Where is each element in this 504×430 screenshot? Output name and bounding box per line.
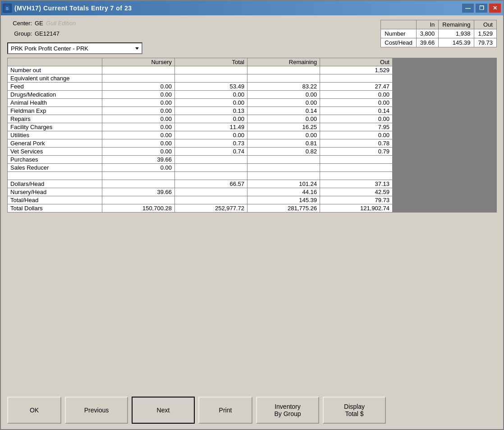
cell-3-label: Drugs/Medication	[8, 91, 102, 99]
summary-cell-label: Cost/Head	[381, 38, 416, 47]
cell-11-out	[320, 156, 393, 164]
top-section: Center: GE Gull Edition Group: GE12147 P…	[7, 20, 497, 54]
svg-text:S: S	[6, 6, 9, 11]
cell-3-total: 0.00	[175, 91, 247, 99]
main-table-row	[8, 172, 393, 180]
main-col-header-2: Total	[175, 58, 247, 66]
title-controls: — ❐ ✕	[462, 3, 501, 13]
center-row: Center: GE Gull Edition	[7, 20, 142, 27]
group-value: GE12147	[35, 30, 60, 37]
cell-5-nursery: 0.00	[102, 107, 175, 115]
cell-7-total: 11.49	[175, 123, 247, 131]
cell-10-remaining: 0.82	[247, 148, 320, 156]
cell-12-remaining	[247, 164, 320, 172]
left-info: Center: GE Gull Edition Group: GE12147 P…	[7, 20, 142, 54]
main-col-header-4: Out	[320, 58, 393, 66]
cell-8-label: Utilities	[8, 131, 102, 139]
summary-col-empty	[381, 20, 416, 29]
summary-col-out: Out	[474, 20, 497, 29]
table-area: NurseryTotalRemainingOut Number out1,529…	[7, 58, 497, 213]
maximize-button[interactable]: ❐	[475, 3, 488, 13]
cell-17-label: Total Dollars	[8, 204, 102, 213]
main-table-row: Animal Health0.000.000.000.00	[8, 99, 393, 107]
cell-8-out: 0.00	[320, 131, 393, 139]
cell-4-nursery: 0.00	[102, 99, 175, 107]
main-table-row: Vet Services0.000.740.820.79	[8, 148, 393, 156]
cell-15-nursery: 39.66	[102, 188, 175, 196]
cell-9-total: 0.73	[175, 139, 247, 148]
summary-row: Number3,8001,9381,529	[381, 29, 497, 38]
content-area: Center: GE Gull Edition Group: GE12147 P…	[1, 15, 503, 391]
summary-table: In Remaining Out Number3,8001,9381,529Co…	[380, 20, 497, 47]
cell-10-total: 0.74	[175, 148, 247, 156]
print-button[interactable]: Print	[198, 397, 252, 424]
cell-0-total	[175, 66, 247, 74]
cell-3-remaining: 0.00	[247, 91, 320, 99]
cell-14-label: Dollars/Head	[8, 180, 102, 188]
cell-0-nursery	[102, 66, 175, 74]
next-button[interactable]: Next	[132, 397, 195, 424]
cell-14-out: 37.13	[320, 180, 393, 188]
cell-16-remaining: 145.39	[247, 196, 320, 204]
inventory-by-group-button[interactable]: Inventory By Group	[256, 397, 319, 424]
cell-7-label: Facility Charges	[8, 123, 102, 131]
cell-11-label: Purchases	[8, 156, 102, 164]
cell-6-remaining: 0.00	[247, 115, 320, 123]
cell-13-out	[320, 172, 393, 180]
cell-1-nursery	[102, 74, 175, 83]
window-title: (MVH17) Current Totals Entry 7 of 23	[14, 5, 132, 12]
main-table-row: Facility Charges0.0011.4916.257.95	[8, 123, 393, 131]
cell-1-label: Equivalent unit change	[8, 74, 102, 83]
summary-cell-in: 3,800	[416, 29, 439, 38]
cell-12-out	[320, 164, 393, 172]
cell-17-out: 121,902.74	[320, 204, 393, 213]
cell-10-out: 0.79	[320, 148, 393, 156]
cell-6-nursery: 0.00	[102, 115, 175, 123]
cell-11-total	[175, 156, 247, 164]
main-table-row: Repairs0.000.000.000.00	[8, 115, 393, 123]
cell-5-remaining: 0.14	[247, 107, 320, 115]
cell-2-label: Feed	[8, 83, 102, 91]
previous-button[interactable]: Previous	[65, 397, 128, 424]
cell-15-remaining: 44.16	[247, 188, 320, 196]
cell-4-total: 0.00	[175, 99, 247, 107]
cell-5-out: 0.14	[320, 107, 393, 115]
display-total-button[interactable]: Display Total $	[323, 397, 386, 424]
cell-5-total: 0.13	[175, 107, 247, 115]
main-table-row: Nursery/Head39.6644.1642.59	[8, 188, 393, 196]
cell-11-nursery: 39.66	[102, 156, 175, 164]
summary-col-remaining: Remaining	[439, 20, 474, 29]
main-table-row: Equivalent unit change	[8, 74, 393, 83]
cell-15-label: Nursery/Head	[8, 188, 102, 196]
main-table-row: General Pork0.000.730.810.78	[8, 139, 393, 148]
main-table-row: Number out1,529	[8, 66, 393, 74]
summary-cell-out: 79.73	[474, 38, 497, 47]
cell-7-remaining: 16.25	[247, 123, 320, 131]
minimize-button[interactable]: —	[462, 3, 474, 13]
cell-0-remaining	[247, 66, 320, 74]
cell-6-label: Repairs	[8, 115, 102, 123]
cell-13-remaining	[247, 172, 320, 180]
cell-14-nursery	[102, 180, 175, 188]
cell-10-label: Vet Services	[8, 148, 102, 156]
cell-10-nursery: 0.00	[102, 148, 175, 156]
cell-15-total	[175, 188, 247, 196]
cell-16-nursery	[102, 196, 175, 204]
cell-9-out: 0.78	[320, 139, 393, 148]
group-row: Group: GE12147	[7, 30, 142, 37]
cell-1-out	[320, 74, 393, 83]
main-window: S (MVH17) Current Totals Entry 7 of 23 —…	[0, 0, 504, 430]
cell-14-remaining: 101.24	[247, 180, 320, 188]
main-table-row: Fieldman Exp0.000.130.140.14	[8, 107, 393, 115]
close-button[interactable]: ✕	[489, 3, 501, 13]
cell-15-out: 42.59	[320, 188, 393, 196]
cell-8-nursery: 0.00	[102, 131, 175, 139]
title-bar-left: S (MVH17) Current Totals Entry 7 of 23	[3, 4, 132, 13]
main-table-row: Feed0.0053.4983.2227.47	[8, 83, 393, 91]
cell-13-label	[8, 172, 102, 180]
summary-col-in: In	[416, 20, 439, 29]
ok-button[interactable]: OK	[7, 397, 61, 424]
summary-row: Cost/Head39.66145.3979.73	[381, 38, 497, 47]
profit-center-dropdown[interactable]: PRK Pork Profit Center - PRK	[7, 42, 142, 54]
cell-6-total: 0.00	[175, 115, 247, 123]
